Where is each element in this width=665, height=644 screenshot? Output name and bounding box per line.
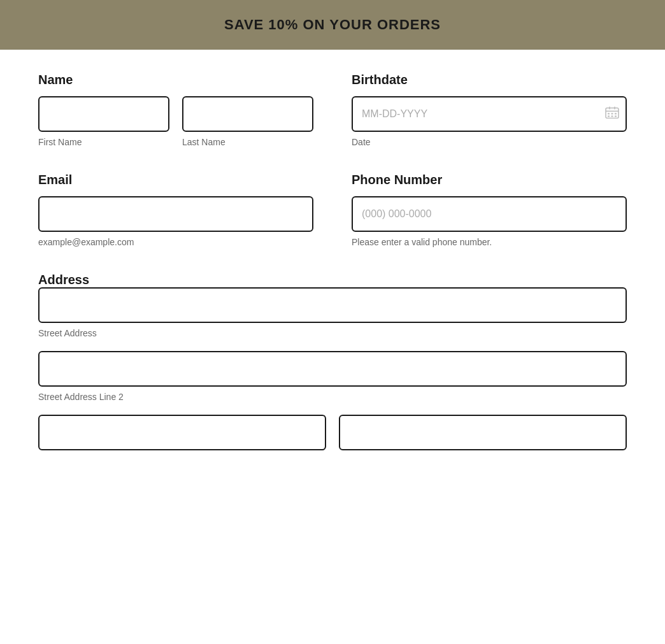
birthdate-input[interactable] [352, 96, 627, 132]
first-name-wrapper: First Name [38, 96, 169, 147]
banner-text: SAVE 10% ON YOUR ORDERS [224, 17, 441, 33]
street2-group: Street Address Line 2 [38, 351, 627, 402]
last-name-input[interactable] [182, 96, 313, 132]
address-section: Address Street Address Street Address Li… [38, 273, 627, 455]
last-name-label: Last Name [182, 137, 313, 147]
birthdate-group: Birthdate [352, 73, 627, 147]
email-input[interactable] [38, 196, 313, 232]
email-group: Email example@example.com [38, 173, 313, 247]
first-name-input[interactable] [38, 96, 169, 132]
email-phone-row: Email example@example.com Phone Number P… [38, 173, 627, 247]
phone-sub-label: Please enter a valid phone number. [352, 237, 627, 247]
birthdate-label: Birthdate [352, 73, 627, 87]
street1-group: Street Address [38, 287, 627, 338]
registration-form: Name First Name Last Name Birthdate [0, 50, 665, 481]
phone-input[interactable] [352, 196, 627, 232]
street2-label: Street Address Line 2 [38, 392, 627, 402]
city-state-row [38, 415, 627, 455]
street1-label: Street Address [38, 328, 627, 338]
state-input[interactable] [339, 415, 627, 450]
city-wrapper [38, 415, 326, 455]
email-label: Email [38, 173, 313, 187]
name-label: Name [38, 73, 313, 87]
phone-label: Phone Number [352, 173, 627, 187]
name-birthdate-row: Name First Name Last Name Birthdate [38, 73, 627, 147]
state-wrapper [339, 415, 627, 455]
promo-banner: SAVE 10% ON YOUR ORDERS [0, 0, 665, 50]
street-address-2-input[interactable] [38, 351, 627, 387]
last-name-wrapper: Last Name [182, 96, 313, 147]
city-input[interactable] [38, 415, 326, 450]
date-sub-label: Date [352, 137, 627, 147]
email-sub-label: example@example.com [38, 237, 313, 247]
address-label: Address [38, 273, 89, 287]
name-inputs: First Name Last Name [38, 96, 313, 147]
name-group: Name First Name Last Name [38, 73, 313, 147]
street-address-input[interactable] [38, 287, 627, 323]
phone-group: Phone Number Please enter a valid phone … [352, 173, 627, 247]
birthdate-wrapper [352, 96, 627, 132]
first-name-label: First Name [38, 137, 169, 147]
